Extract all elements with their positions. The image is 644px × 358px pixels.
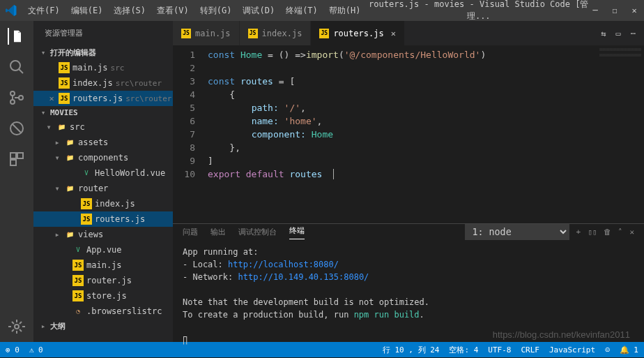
tree-item[interactable]: ▾📁router <box>33 181 173 196</box>
new-terminal-icon[interactable]: + <box>576 228 581 237</box>
tree-item[interactable]: JSrouter.js <box>33 273 173 288</box>
close-tab-icon[interactable]: ✕ <box>391 29 396 38</box>
tree-item[interactable]: VHelloWorld.vue <box>33 165 173 181</box>
svg-rect-8 <box>10 160 16 165</box>
status-language[interactable]: JavaScript <box>549 345 595 355</box>
window-title: routers.js - movies - Visual Studio Code… <box>367 0 592 22</box>
menu-item[interactable]: 查看(V) <box>151 2 194 20</box>
activity-bar <box>0 21 33 342</box>
tree-item[interactable]: JSindex.js <box>33 196 173 211</box>
menu-item[interactable]: 帮助(H) <box>323 2 367 20</box>
menu-item[interactable]: 编辑(E) <box>66 2 109 20</box>
open-editor-item[interactable]: JSmain.js src <box>33 60 173 75</box>
open-editor-item[interactable]: JSindex.js src\router <box>33 75 173 91</box>
split-terminal-icon[interactable]: ▯▯ <box>588 228 597 237</box>
tree-item[interactable]: JSmain.js <box>33 258 173 273</box>
source-control-icon[interactable] <box>8 89 25 106</box>
editor-tab[interactable]: JSmain.js <box>173 21 240 45</box>
file-icon: JS <box>72 260 84 271</box>
panel-tab[interactable]: 调试控制台 <box>238 227 277 237</box>
editor-tabs: JSmain.jsJSindex.jsJSrouters.js✕ ⇆ ▭ ⋯ <box>173 21 644 45</box>
svg-rect-6 <box>10 153 16 158</box>
bottom-panel: 问题输出调试控制台终端 1: node + ▯▯ 🗑 ˄ ✕ App runni… <box>173 223 644 342</box>
tree-item[interactable]: VApp.vue <box>33 242 173 258</box>
settings-gear-icon[interactable] <box>8 318 25 335</box>
file-icon: 📁 <box>64 137 75 148</box>
file-icon: 📁 <box>64 229 75 240</box>
file-icon: V <box>81 167 92 179</box>
sidebar-title: 资源管理器 <box>33 21 173 45</box>
tree-item[interactable]: ▾📁src <box>33 119 173 135</box>
js-file-icon: JS <box>59 62 70 73</box>
titlebar: 文件(F)编辑(E)选择(S)查看(V)转到(G)调试(D)终端(T)帮助(H)… <box>0 0 644 21</box>
close-panel-icon[interactable]: ✕ <box>629 228 634 237</box>
open-editor-item[interactable]: ✕JSrouters.js src\router <box>33 91 173 106</box>
panel-tab[interactable]: 终端 <box>289 225 305 239</box>
svg-point-4 <box>19 96 23 100</box>
file-icon: 📁 <box>64 183 75 194</box>
menu-item[interactable]: 转到(G) <box>194 2 238 20</box>
local-url[interactable]: http://localhost:8080/ <box>228 260 339 269</box>
close-icon[interactable]: ✕ <box>630 6 638 15</box>
svg-point-2 <box>10 91 15 96</box>
editor-tab[interactable]: JSindex.js <box>240 21 312 45</box>
menu-item[interactable]: 终端(T) <box>280 2 323 20</box>
status-indent[interactable]: 空格: 4 <box>449 345 478 355</box>
search-icon[interactable] <box>8 59 25 75</box>
status-cursor[interactable]: 行 10 , 列 24 <box>383 345 440 355</box>
maximize-panel-icon[interactable]: ˄ <box>618 228 622 237</box>
menu-item[interactable]: 文件(F) <box>22 2 66 20</box>
explorer-icon[interactable] <box>8 28 24 45</box>
menu-item[interactable]: 选择(S) <box>108 2 151 20</box>
status-encoding[interactable]: UTF-8 <box>488 345 511 355</box>
vscode-logo-icon <box>6 5 17 16</box>
debug-icon[interactable] <box>8 120 25 137</box>
panel-tab[interactable]: 问题 <box>183 227 198 237</box>
file-icon: 📁 <box>64 152 75 163</box>
close-editor-icon: ✕ <box>47 94 56 103</box>
network-url[interactable]: http://10.149.40.135:8080/ <box>238 272 369 282</box>
panel-tab[interactable]: 输出 <box>210 227 226 237</box>
file-icon: ◔ <box>72 306 84 317</box>
file-icon: JS <box>81 214 92 225</box>
js-file-icon: JS <box>319 29 329 38</box>
tree-item[interactable]: ▾📁components <box>33 150 173 165</box>
sidebar: 资源管理器 ▾打开的编辑器 JSmain.js srcJSindex.js sr… <box>33 21 173 342</box>
js-file-icon: JS <box>59 77 70 89</box>
compare-icon[interactable]: ⇆ <box>601 29 606 38</box>
feedback-icon[interactable]: ☺ <box>605 345 610 355</box>
status-eol[interactable]: CRLF <box>521 345 539 355</box>
file-icon: JS <box>72 275 84 286</box>
more-icon[interactable]: ⋯ <box>631 29 636 38</box>
status-errors[interactable]: ⊗ 0 <box>6 345 20 355</box>
tree-item[interactable]: JSrouters.js <box>33 211 173 227</box>
extensions-icon[interactable] <box>8 151 25 167</box>
open-editors-header[interactable]: ▾打开的编辑器 <box>33 45 173 60</box>
split-editor-icon[interactable]: ▭ <box>616 29 621 38</box>
outline-header[interactable]: ▸大纲 <box>33 319 173 334</box>
status-warnings[interactable]: ⚠ 0 <box>29 345 43 355</box>
tree-item[interactable]: ▸📁views <box>33 227 173 242</box>
minimap[interactable] <box>599 48 641 76</box>
svg-point-0 <box>10 61 20 70</box>
svg-point-9 <box>15 325 19 329</box>
editor-tab[interactable]: JSrouters.js✕ <box>311 21 404 45</box>
maximize-icon[interactable]: ☐ <box>611 6 619 15</box>
code-editor[interactable]: 12345678910 const Home = () =>import('@/… <box>173 45 644 223</box>
svg-rect-7 <box>17 153 23 158</box>
editor-area: JSmain.jsJSindex.jsJSrouters.js✕ ⇆ ▭ ⋯ 1… <box>173 21 644 342</box>
tree-item[interactable]: ◔.browserslistrc <box>33 304 173 319</box>
folder-header[interactable]: ▾MOVIES <box>33 106 173 119</box>
file-icon: JS <box>72 290 84 301</box>
terminal-select[interactable]: 1: node <box>465 224 569 240</box>
tree-item[interactable]: JSstore.js <box>33 288 173 304</box>
minimize-icon[interactable]: ─ <box>591 6 599 15</box>
svg-line-1 <box>19 69 23 73</box>
js-file-icon: JS <box>248 29 258 38</box>
file-icon: JS <box>81 198 92 209</box>
kill-terminal-icon[interactable]: 🗑 <box>604 228 611 237</box>
tree-item[interactable]: ▸📁assets <box>33 135 173 150</box>
bell-icon[interactable]: 🔔 1 <box>620 345 638 355</box>
menu-item[interactable]: 调试(D) <box>237 2 280 20</box>
file-icon: 📁 <box>56 121 67 133</box>
